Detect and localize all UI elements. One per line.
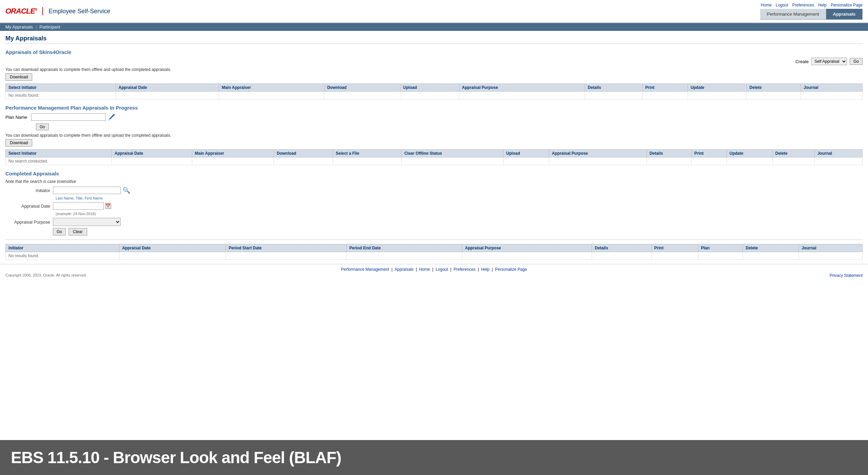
comp-col-plan: Plan [698, 244, 743, 252]
create-label: Create [795, 59, 809, 64]
plan-col-details: Details [647, 150, 691, 157]
empty-cell [112, 157, 192, 165]
initiator-hint: Last Name, Title, First Name [56, 196, 103, 200]
nav-my-appraisals[interactable]: My Appraisals [5, 24, 33, 30]
empty-cell [119, 252, 226, 260]
footer-link-logout[interactable]: Logout [436, 267, 448, 272]
tab-appraisals[interactable]: Appraisals [826, 9, 863, 19]
empty-cell [585, 92, 643, 99]
empty-cell [401, 157, 503, 165]
header-nav: Home Logout Preferences Help Personalize… [761, 3, 863, 7]
appraisal-purpose-row: Appraisal Purpose [5, 218, 863, 226]
plan-col-appraisal-purpose: Appraisal Purpose [549, 150, 647, 157]
completed-table: Initiator Appraisal Date Period Start Da… [5, 244, 863, 260]
app-title: Employee Self-Service [48, 8, 110, 15]
footer-link-home[interactable]: Home [419, 267, 430, 272]
comp-col-delete: Delete [743, 244, 799, 252]
footer-link-appraisals[interactable]: Appraisals [395, 267, 414, 272]
empty-cell [801, 92, 863, 99]
appraisals-no-results: No results found. [6, 92, 116, 99]
footer-link-personalize[interactable]: Personalize Page [495, 267, 527, 272]
empty-cell [651, 252, 698, 260]
initiator-row: Initiator 🔍 [5, 187, 863, 194]
plan-col-update: Update [727, 150, 772, 157]
comp-col-initiator: Initiator [6, 244, 119, 252]
empty-cell [219, 92, 324, 99]
create-row: Create Self Appraisal Go [5, 58, 863, 65]
footer-link-preferences[interactable]: Preferences [454, 267, 476, 272]
empty-cell [688, 92, 747, 99]
nav-preferences[interactable]: Preferences [792, 3, 814, 7]
col-journal: Journal [801, 84, 863, 92]
appraisals-table: Select Initiator Appraisal Date Main App… [5, 83, 863, 99]
plan-download-button[interactable]: Download [5, 139, 32, 147]
logo-divider [42, 7, 43, 15]
logo: ORACLE® Employee Self-Service [5, 7, 110, 16]
appraisals-download-button[interactable]: Download [5, 73, 32, 81]
appraisal-purpose-label: Appraisal Purpose [5, 220, 53, 225]
empty-cell [459, 92, 585, 99]
completed-clear-button[interactable]: Clear [68, 228, 87, 235]
empty-cell [743, 252, 799, 260]
page-footer: Performance Management | Appraisals | Ho… [0, 264, 868, 281]
calendar-icon[interactable]: 📅 [105, 203, 111, 209]
empty-cell [643, 92, 688, 99]
plan-name-clear-icon[interactable]: 🖊️ [107, 113, 116, 121]
plan-name-input[interactable] [31, 113, 106, 121]
plan-col-print: Print [691, 150, 727, 157]
appraisal-date-label: Appraisal Date [5, 204, 53, 209]
nav-personalize[interactable]: Personalize Page [831, 3, 863, 7]
empty-cell [192, 157, 274, 165]
appraisal-date-input[interactable] [53, 202, 104, 210]
create-type-select[interactable]: Self Appraisal [811, 58, 847, 65]
nav-logout[interactable]: Logout [776, 3, 788, 7]
plan-col-select-file: Select a File [333, 150, 401, 157]
appraisals-no-results-row: No results found. [6, 92, 863, 99]
footer-link-help[interactable]: Help [481, 267, 490, 272]
plan-col-appraisal-date: Appraisal Date [112, 150, 192, 157]
privacy-statement-link[interactable]: Privacy Statement [830, 273, 863, 278]
page-title: My Appraisals [5, 35, 863, 44]
footer-link-performance[interactable]: Performance Management [341, 267, 389, 272]
page-content: My Appraisals Appraisals of Skins4Oracle… [0, 31, 868, 264]
empty-cell [324, 92, 400, 99]
col-update: Update [688, 84, 747, 92]
empty-cell [400, 92, 459, 99]
col-delete: Delete [747, 84, 801, 92]
empty-cell [799, 252, 863, 260]
footer-links: Performance Management | Appraisals | Ho… [5, 267, 863, 272]
nav-participant[interactable]: Participant [39, 24, 60, 30]
nav-home[interactable]: Home [761, 3, 772, 7]
empty-cell [698, 252, 743, 260]
col-details: Details [585, 84, 643, 92]
empty-cell [747, 92, 801, 99]
plan-go-button[interactable]: Go [36, 124, 49, 130]
empty-cell [549, 157, 647, 165]
plan-appraisals-table: Select Initiator Appraisal Date Main App… [5, 149, 863, 165]
empty-cell [116, 92, 219, 99]
create-go-button[interactable]: Go [850, 58, 863, 65]
plan-info-text: You can download appraisals to complete … [5, 133, 863, 138]
comp-col-appraisal-purpose: Appraisal Purpose [462, 244, 592, 252]
section-completed-title: Completed Appraisals [5, 171, 863, 176]
completed-no-results-row: No results found. [6, 252, 863, 260]
plan-name-row: Plan Name 🖊️ [5, 113, 863, 121]
appraisals-table-header: Select Initiator Appraisal Date Main App… [6, 84, 863, 92]
col-main-appraiser: Main Appraiser [219, 84, 324, 92]
comp-col-period-end: Period End Date [347, 244, 462, 252]
initiator-input[interactable] [53, 187, 121, 194]
appraisal-date-example: (example: 24-Nov-2018) [56, 212, 96, 216]
appraisal-purpose-select[interactable] [53, 218, 121, 226]
initiator-search-icon[interactable]: 🔍 [122, 187, 131, 194]
nav-separator: | [36, 24, 37, 30]
empty-cell [772, 157, 814, 165]
comp-col-period-start: Period Start Date [226, 244, 347, 252]
section-plan-title: Performance Management Plan Appraisals I… [5, 105, 863, 111]
nav-help[interactable]: Help [818, 3, 827, 7]
empty-cell [462, 252, 592, 260]
oracle-logo: ORACLE® [5, 7, 37, 16]
completed-go-button[interactable]: Go [53, 228, 66, 235]
col-print: Print [643, 84, 688, 92]
empty-cell [592, 252, 651, 260]
tab-performance-management[interactable]: Performance Management [760, 9, 826, 19]
